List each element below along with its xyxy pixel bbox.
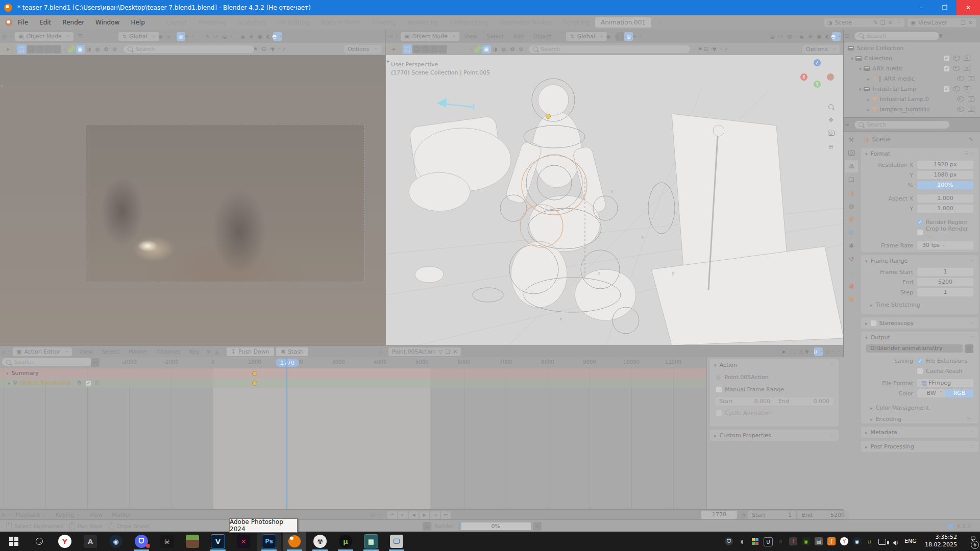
add-workspace-button[interactable]: + <box>651 17 668 28</box>
ds-menu-select[interactable]: Select <box>102 348 119 355</box>
proportional-edit-icon-3d[interactable]: ◎ <box>624 32 633 41</box>
viewlayer-selector[interactable]: ▣ ViewLayer ❏ ✕ <box>908 18 976 27</box>
pin-icon[interactable]: ✎ <box>873 19 878 26</box>
new-scene-icon[interactable]: ❏ <box>880 19 886 26</box>
frame-end-field[interactable]: 5200 <box>917 278 973 286</box>
utorrent-icon[interactable]: µ <box>334 532 357 551</box>
frame-rate-dropdown[interactable]: 30 fps <box>917 241 973 249</box>
select-extend-icon[interactable]: ❏ <box>27 45 35 54</box>
tab-material[interactable]: ◕ <box>845 280 858 292</box>
photoshop-icon[interactable]: Ps <box>257 532 281 551</box>
channel-pin-icon[interactable]: ⚲ <box>13 380 17 386</box>
move-up-icon[interactable]: ▲ <box>213 347 222 356</box>
tab-animation-active[interactable]: Animation.001 <box>595 17 651 28</box>
push-down-button[interactable]: ↧Push Down <box>227 347 274 356</box>
shading-solid-icon-3d[interactable]: ● <box>815 32 823 41</box>
color-management-header[interactable]: Color Management <box>876 405 929 411</box>
shading-solid-icon[interactable]: ● <box>256 32 264 41</box>
pivot-icon-3d[interactable]: ◉ <box>607 32 616 41</box>
minimize-button[interactable]: – <box>910 0 933 15</box>
fake-user-shield-icon[interactable]: ▽ <box>438 348 443 355</box>
blender-menu-icon[interactable] <box>5 19 12 26</box>
play-button[interactable]: ▶ <box>420 511 429 519</box>
outliner-row-scene-collection[interactable]: Scene Collection <box>844 43 980 53</box>
taskbar-search-button[interactable] <box>28 532 51 551</box>
snap-magnet-icon[interactable]: ∪ <box>168 32 177 41</box>
xray-icon-3d[interactable]: ▣ <box>797 32 806 41</box>
show-overlays-icon-3d[interactable]: ◑ <box>491 45 500 54</box>
stash-button[interactable]: ✱Stash <box>276 347 308 356</box>
menu-edit[interactable]: Edit <box>39 19 51 26</box>
tab-physics[interactable]: ↺ <box>845 253 858 265</box>
visibility-icon-3d[interactable]: ◒ <box>771 32 780 41</box>
discord-icon[interactable]: ᗜ <box>130 532 153 551</box>
custom-properties-header[interactable]: Custom Properties <box>720 432 771 439</box>
ds-menu-view[interactable]: View <box>79 348 92 355</box>
output-path-field[interactable]: D:\blender animations\try <box>866 344 963 353</box>
tab-sculpting[interactable]: Sculpting <box>232 17 272 28</box>
toolbar-expand-arrow-3d[interactable]: ▸ <box>387 58 389 64</box>
tab-view-layer[interactable]: ❏ <box>845 173 858 186</box>
eye-icon[interactable] <box>953 66 960 71</box>
outliner-row-lampara[interactable]: lampara_bombillo <box>844 104 980 114</box>
cyclic-animation-checkbox[interactable] <box>716 410 722 416</box>
tab-modeling[interactable]: Modeling <box>193 17 232 28</box>
axis-x-ball[interactable]: X <box>800 73 807 81</box>
viewport-shading-icon-3d[interactable]: ❂ <box>508 45 517 54</box>
ortho-grid-icon[interactable]: ⊞ <box>826 142 836 151</box>
start-frame-field[interactable]: Start1 <box>748 511 796 519</box>
select-box-icon[interactable]: ⬚ <box>17 44 27 54</box>
channel-search[interactable]: Search <box>2 358 92 366</box>
tab-output-active[interactable]: 🖶 <box>845 160 858 172</box>
gizmo-sphere-icon-3d[interactable] <box>474 45 482 54</box>
remove-viewlayer-icon[interactable]: ✕ <box>968 19 973 26</box>
filter-invert-icon[interactable]: ⇔ <box>91 358 100 367</box>
ds-filter-icon[interactable]: ▼ <box>805 347 814 356</box>
toggle-xray-icon-3d[interactable]: ◍ <box>500 45 508 54</box>
shading-rendered-icon-3d[interactable]: ◓ <box>832 32 841 41</box>
show-overlays-icon[interactable]: ◑ <box>85 45 93 54</box>
scene-3d-area[interactable]: ▸ <box>386 55 844 345</box>
new-viewlayer-icon[interactable]: ❏ <box>961 19 966 26</box>
aspect-x-field[interactable]: 1.000 <box>917 194 973 203</box>
stereoscopy-header[interactable]: Stereoscopy <box>879 320 914 327</box>
file-extensions-checkbox[interactable]: ✓ <box>917 358 923 364</box>
post-processing-header[interactable]: Post Processing <box>871 443 914 450</box>
timeline-view-menu[interactable]: View <box>89 512 103 518</box>
resolution-y-field[interactable]: 1080 px <box>917 171 973 179</box>
metadata-header[interactable]: Metadata <box>871 429 897 436</box>
close-button[interactable]: ✕ <box>957 0 980 15</box>
language-indicator[interactable]: ENG <box>904 538 917 544</box>
tab-texture[interactable]: ▦ <box>845 293 858 305</box>
channel-modifier-icon[interactable]: ⚙ <box>77 380 82 386</box>
falloff-icon[interactable]: ~ <box>185 32 194 41</box>
move-down-icon[interactable]: ▼ <box>204 347 213 356</box>
select-intersect-icon[interactable]: ⬚ <box>53 45 61 54</box>
marker-icon-3d[interactable]: ⚑ <box>696 45 704 54</box>
axis-x-neg-ball[interactable] <box>827 73 834 81</box>
x-app-icon[interactable]: ✕ <box>232 532 255 551</box>
select-invert-icon[interactable]: ▢ <box>44 45 53 54</box>
end-frame-field[interactable]: End5200 <box>798 511 849 519</box>
outliner-filter-icon[interactable]: ▼ <box>939 32 948 40</box>
frame-range-title[interactable]: Frame Range <box>871 258 908 264</box>
ds-menu-key[interactable]: Key <box>189 348 200 355</box>
menu-add[interactable]: Add <box>513 33 524 40</box>
cancel-render-icon[interactable]: ✕ <box>533 522 542 531</box>
eye-icon[interactable] <box>953 86 960 91</box>
crop-checkbox[interactable] <box>917 230 923 235</box>
zoom-tool-icon[interactable] <box>826 102 836 111</box>
outliner-search[interactable]: Search <box>854 32 939 40</box>
select-extend-icon-3d[interactable]: ❏ <box>412 45 421 54</box>
encoding-header[interactable]: Encoding <box>876 416 902 422</box>
menu-help[interactable]: Help <box>131 19 144 26</box>
editor-type-icon[interactable]: ⊡ <box>3 32 12 41</box>
viewport-3d-search[interactable]: Search <box>529 45 690 53</box>
file-format-dropdown[interactable]: ▤ FFmpeg Video <box>917 379 973 387</box>
pan-hand-icon[interactable]: ✥ <box>826 115 836 124</box>
shading-rendered-icon[interactable]: ◓ <box>273 32 282 41</box>
menu-window[interactable]: Window <box>95 19 119 26</box>
channel-lock-icon[interactable]: ⚿ <box>95 380 99 386</box>
mode-dropdown-left[interactable]: ▣Object Mode <box>15 32 74 41</box>
tray-steam-icon[interactable]: ◉ <box>853 537 861 545</box>
